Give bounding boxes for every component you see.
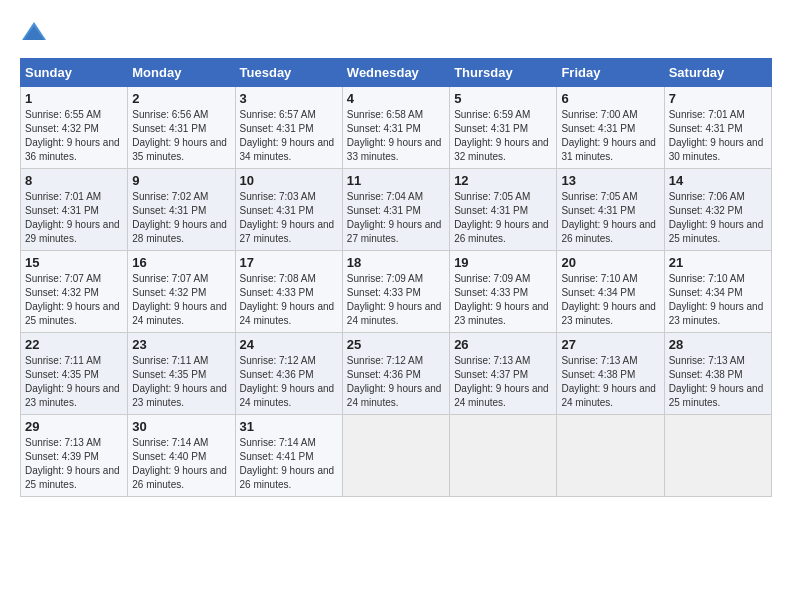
calendar-cell: 16 Sunrise: 7:07 AMSunset: 4:32 PMDaylig… <box>128 251 235 333</box>
calendar-cell: 9 Sunrise: 7:02 AMSunset: 4:31 PMDayligh… <box>128 169 235 251</box>
day-number: 27 <box>561 337 659 352</box>
logo-icon <box>20 18 48 46</box>
calendar-cell: 28 Sunrise: 7:13 AMSunset: 4:38 PMDaylig… <box>664 333 771 415</box>
header-tuesday: Tuesday <box>235 59 342 87</box>
day-info: Sunrise: 7:09 AMSunset: 4:33 PMDaylight:… <box>347 273 442 326</box>
day-number: 26 <box>454 337 552 352</box>
calendar-cell: 19 Sunrise: 7:09 AMSunset: 4:33 PMDaylig… <box>450 251 557 333</box>
day-number: 19 <box>454 255 552 270</box>
day-number: 15 <box>25 255 123 270</box>
day-number: 21 <box>669 255 767 270</box>
page: SundayMondayTuesdayWednesdayThursdayFrid… <box>0 0 792 507</box>
day-info: Sunrise: 6:58 AMSunset: 4:31 PMDaylight:… <box>347 109 442 162</box>
day-info: Sunrise: 7:10 AMSunset: 4:34 PMDaylight:… <box>669 273 764 326</box>
day-info: Sunrise: 7:04 AMSunset: 4:31 PMDaylight:… <box>347 191 442 244</box>
header-saturday: Saturday <box>664 59 771 87</box>
day-number: 29 <box>25 419 123 434</box>
day-info: Sunrise: 6:57 AMSunset: 4:31 PMDaylight:… <box>240 109 335 162</box>
header-wednesday: Wednesday <box>342 59 449 87</box>
day-info: Sunrise: 7:06 AMSunset: 4:32 PMDaylight:… <box>669 191 764 244</box>
day-info: Sunrise: 7:12 AMSunset: 4:36 PMDaylight:… <box>240 355 335 408</box>
week-row-4: 22 Sunrise: 7:11 AMSunset: 4:35 PMDaylig… <box>21 333 772 415</box>
calendar-cell: 1 Sunrise: 6:55 AMSunset: 4:32 PMDayligh… <box>21 87 128 169</box>
day-info: Sunrise: 7:05 AMSunset: 4:31 PMDaylight:… <box>561 191 656 244</box>
calendar-cell: 3 Sunrise: 6:57 AMSunset: 4:31 PMDayligh… <box>235 87 342 169</box>
day-number: 2 <box>132 91 230 106</box>
day-info: Sunrise: 7:03 AMSunset: 4:31 PMDaylight:… <box>240 191 335 244</box>
day-info: Sunrise: 6:55 AMSunset: 4:32 PMDaylight:… <box>25 109 120 162</box>
calendar-cell: 17 Sunrise: 7:08 AMSunset: 4:33 PMDaylig… <box>235 251 342 333</box>
day-info: Sunrise: 7:10 AMSunset: 4:34 PMDaylight:… <box>561 273 656 326</box>
day-number: 30 <box>132 419 230 434</box>
calendar-cell: 7 Sunrise: 7:01 AMSunset: 4:31 PMDayligh… <box>664 87 771 169</box>
calendar-cell: 25 Sunrise: 7:12 AMSunset: 4:36 PMDaylig… <box>342 333 449 415</box>
header <box>20 18 772 46</box>
day-info: Sunrise: 7:12 AMSunset: 4:36 PMDaylight:… <box>347 355 442 408</box>
calendar-cell: 22 Sunrise: 7:11 AMSunset: 4:35 PMDaylig… <box>21 333 128 415</box>
header-thursday: Thursday <box>450 59 557 87</box>
day-number: 1 <box>25 91 123 106</box>
day-number: 8 <box>25 173 123 188</box>
week-row-1: 1 Sunrise: 6:55 AMSunset: 4:32 PMDayligh… <box>21 87 772 169</box>
day-info: Sunrise: 7:01 AMSunset: 4:31 PMDaylight:… <box>25 191 120 244</box>
day-info: Sunrise: 7:11 AMSunset: 4:35 PMDaylight:… <box>25 355 120 408</box>
day-number: 23 <box>132 337 230 352</box>
calendar-cell: 6 Sunrise: 7:00 AMSunset: 4:31 PMDayligh… <box>557 87 664 169</box>
day-number: 6 <box>561 91 659 106</box>
calendar-cell: 26 Sunrise: 7:13 AMSunset: 4:37 PMDaylig… <box>450 333 557 415</box>
day-number: 20 <box>561 255 659 270</box>
day-number: 31 <box>240 419 338 434</box>
calendar-cell: 23 Sunrise: 7:11 AMSunset: 4:35 PMDaylig… <box>128 333 235 415</box>
calendar-cell: 20 Sunrise: 7:10 AMSunset: 4:34 PMDaylig… <box>557 251 664 333</box>
week-row-2: 8 Sunrise: 7:01 AMSunset: 4:31 PMDayligh… <box>21 169 772 251</box>
calendar-cell: 24 Sunrise: 7:12 AMSunset: 4:36 PMDaylig… <box>235 333 342 415</box>
calendar-cell: 11 Sunrise: 7:04 AMSunset: 4:31 PMDaylig… <box>342 169 449 251</box>
header-monday: Monday <box>128 59 235 87</box>
calendar-cell: 18 Sunrise: 7:09 AMSunset: 4:33 PMDaylig… <box>342 251 449 333</box>
day-info: Sunrise: 6:56 AMSunset: 4:31 PMDaylight:… <box>132 109 227 162</box>
day-number: 18 <box>347 255 445 270</box>
header-sunday: Sunday <box>21 59 128 87</box>
day-number: 13 <box>561 173 659 188</box>
calendar-cell <box>342 415 449 497</box>
header-row: SundayMondayTuesdayWednesdayThursdayFrid… <box>21 59 772 87</box>
calendar-cell: 14 Sunrise: 7:06 AMSunset: 4:32 PMDaylig… <box>664 169 771 251</box>
day-info: Sunrise: 7:13 AMSunset: 4:37 PMDaylight:… <box>454 355 549 408</box>
calendar-cell: 12 Sunrise: 7:05 AMSunset: 4:31 PMDaylig… <box>450 169 557 251</box>
day-info: Sunrise: 7:08 AMSunset: 4:33 PMDaylight:… <box>240 273 335 326</box>
calendar-cell: 2 Sunrise: 6:56 AMSunset: 4:31 PMDayligh… <box>128 87 235 169</box>
week-row-3: 15 Sunrise: 7:07 AMSunset: 4:32 PMDaylig… <box>21 251 772 333</box>
day-number: 9 <box>132 173 230 188</box>
calendar-cell: 31 Sunrise: 7:14 AMSunset: 4:41 PMDaylig… <box>235 415 342 497</box>
calendar-cell <box>450 415 557 497</box>
day-number: 17 <box>240 255 338 270</box>
day-number: 25 <box>347 337 445 352</box>
logo <box>20 18 54 46</box>
header-friday: Friday <box>557 59 664 87</box>
day-info: Sunrise: 6:59 AMSunset: 4:31 PMDaylight:… <box>454 109 549 162</box>
calendar-table: SundayMondayTuesdayWednesdayThursdayFrid… <box>20 58 772 497</box>
week-row-5: 29 Sunrise: 7:13 AMSunset: 4:39 PMDaylig… <box>21 415 772 497</box>
day-number: 7 <box>669 91 767 106</box>
day-info: Sunrise: 7:11 AMSunset: 4:35 PMDaylight:… <box>132 355 227 408</box>
day-info: Sunrise: 7:07 AMSunset: 4:32 PMDaylight:… <box>132 273 227 326</box>
day-number: 24 <box>240 337 338 352</box>
day-info: Sunrise: 7:02 AMSunset: 4:31 PMDaylight:… <box>132 191 227 244</box>
day-number: 5 <box>454 91 552 106</box>
day-number: 10 <box>240 173 338 188</box>
day-info: Sunrise: 7:13 AMSunset: 4:38 PMDaylight:… <box>561 355 656 408</box>
day-number: 11 <box>347 173 445 188</box>
day-number: 12 <box>454 173 552 188</box>
calendar-cell <box>664 415 771 497</box>
day-number: 22 <box>25 337 123 352</box>
calendar-cell: 27 Sunrise: 7:13 AMSunset: 4:38 PMDaylig… <box>557 333 664 415</box>
day-number: 4 <box>347 91 445 106</box>
day-info: Sunrise: 7:00 AMSunset: 4:31 PMDaylight:… <box>561 109 656 162</box>
calendar-cell: 8 Sunrise: 7:01 AMSunset: 4:31 PMDayligh… <box>21 169 128 251</box>
day-number: 3 <box>240 91 338 106</box>
calendar-cell: 21 Sunrise: 7:10 AMSunset: 4:34 PMDaylig… <box>664 251 771 333</box>
calendar-cell: 15 Sunrise: 7:07 AMSunset: 4:32 PMDaylig… <box>21 251 128 333</box>
day-info: Sunrise: 7:14 AMSunset: 4:40 PMDaylight:… <box>132 437 227 490</box>
day-number: 16 <box>132 255 230 270</box>
calendar-cell <box>557 415 664 497</box>
